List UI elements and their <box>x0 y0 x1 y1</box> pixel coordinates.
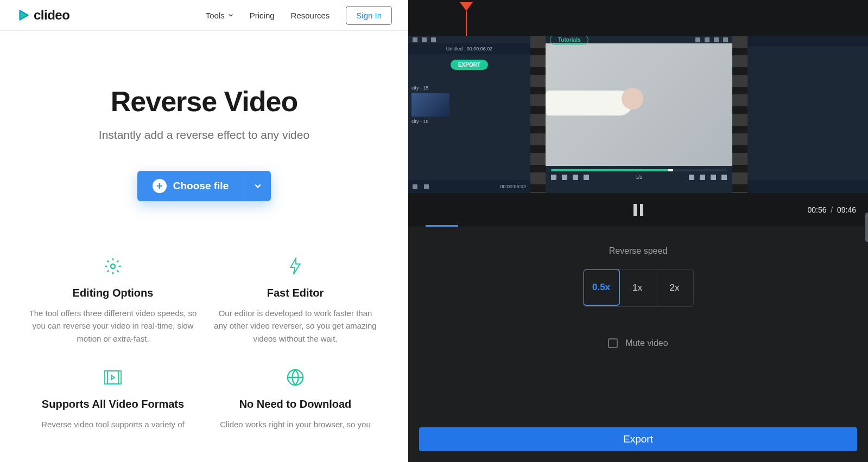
video-preview-area: Untitled : 00:00:06:02 EXPORT city - 15 … <box>408 0 868 227</box>
film-strip-border <box>530 36 546 193</box>
hero-section: Reverse Video Instantly add a reverse ef… <box>0 31 408 201</box>
speed-option-1x[interactable]: 1x <box>619 270 656 306</box>
maximize-icon[interactable] <box>714 37 719 42</box>
list-icon[interactable] <box>695 37 700 42</box>
camera-icon[interactable] <box>413 184 417 189</box>
timecode-label: 00:00:06:02 <box>500 184 526 189</box>
next-play-icon[interactable] <box>573 175 578 180</box>
globe-icon <box>286 368 305 387</box>
minimize-icon[interactable] <box>705 37 709 42</box>
speed-label: Reverse speed <box>609 246 668 256</box>
speed-option-0-5x[interactable]: 0.5x <box>583 269 620 306</box>
mute-video-toggle[interactable]: Mute video <box>608 338 668 348</box>
export-badge[interactable]: EXPORT <box>451 60 488 70</box>
timeline-ruler[interactable] <box>408 2 868 36</box>
gear-icon <box>104 258 122 275</box>
site-header: clideo Tools Pricing Resources Sign In <box>0 0 408 31</box>
export-button[interactable]: Export <box>419 427 857 451</box>
preview-progress[interactable] <box>551 169 727 171</box>
asset-label: city - 18 <box>408 118 530 125</box>
editor-preview-center: Tutorials <box>546 36 732 193</box>
chevron-down-icon <box>228 12 233 18</box>
checkbox-icon <box>608 338 618 348</box>
pause-icon <box>633 204 637 216</box>
plus-icon: + <box>153 179 167 193</box>
feature-editing-options: Editing Options The tool offers three di… <box>29 255 197 345</box>
screen-icon[interactable] <box>689 175 694 180</box>
play-icon <box>16 8 30 22</box>
editor-panel-left: Untitled : 00:00:06:02 EXPORT city - 15 … <box>408 36 530 193</box>
settings-icon[interactable] <box>700 175 705 180</box>
page-subtitle: Instantly add a reverse effect to any vi… <box>0 129 408 142</box>
asset-thumbnail[interactable] <box>411 93 449 117</box>
nav-resources[interactable]: Resources <box>291 11 330 20</box>
stop-icon[interactable] <box>584 175 589 180</box>
svg-rect-2 <box>107 371 118 384</box>
pane-title-left: Untitled : 00:00:06:02 <box>446 46 493 52</box>
time-display: 00:56 / 09:46 <box>807 206 856 214</box>
asset-label: city - 15 <box>408 84 530 92</box>
reverse-controls: Reverse speed 0.5x 1x 2x Mute video Expo… <box>408 227 868 462</box>
choose-file-button-group: + Choose file <box>137 171 271 201</box>
lightning-icon <box>288 257 302 275</box>
playhead-triangle-icon <box>460 2 473 11</box>
video-editor-strip: Untitled : 00:00:06:02 EXPORT city - 15 … <box>408 36 868 193</box>
svg-point-0 <box>111 264 115 268</box>
prev-icon[interactable] <box>551 175 556 180</box>
playback-bar: 00:56 / 09:46 <box>408 193 868 227</box>
scrollbar-thumb[interactable] <box>865 213 868 242</box>
preview-controls: 1/2 <box>546 166 732 193</box>
film-strip-border <box>732 36 747 193</box>
nav-tools[interactable]: Tools <box>206 11 233 20</box>
chevron-down-icon <box>254 182 262 190</box>
play-icon[interactable] <box>562 175 567 180</box>
editor-panel-right: Untitled : 00:0 EXPORT city - 15 city - … <box>747 36 868 193</box>
volume-icon[interactable] <box>711 175 716 180</box>
asset-label: city - 18 <box>747 110 868 118</box>
speed-option-2x[interactable]: 2x <box>656 270 693 306</box>
tutorials-badge[interactable]: Tutorials <box>550 36 588 45</box>
close-icon[interactable] <box>723 37 728 42</box>
brand-logo[interactable]: clideo <box>16 8 69 23</box>
pager-label: 1/2 <box>636 175 643 180</box>
maximize-icon[interactable] <box>422 37 427 42</box>
top-nav: Tools Pricing Resources Sign In <box>206 6 392 25</box>
minimize-icon[interactable] <box>413 37 417 42</box>
speed-selector: 0.5x 1x 2x <box>583 269 694 307</box>
choose-file-button[interactable]: + Choose file <box>137 171 244 201</box>
speaker-icon[interactable] <box>424 184 429 189</box>
asset-label: city - 15 <box>747 76 868 84</box>
fullscreen-icon[interactable] <box>721 175 727 180</box>
feature-video-formats: Supports All Video Formats Reverse video… <box>29 367 197 431</box>
brand-name: clideo <box>34 8 69 23</box>
page-title: Reverse Video <box>0 85 408 118</box>
feature-fast-editor: Fast Editor Our editor is developed to w… <box>211 255 379 345</box>
choose-file-dropdown[interactable] <box>244 171 271 201</box>
features-grid: Editing Options The tool offers three di… <box>0 255 408 431</box>
close-icon[interactable] <box>431 37 436 42</box>
feature-no-download: No Need to Download Clideo works right i… <box>211 367 379 431</box>
signin-button[interactable]: Sign In <box>346 6 392 25</box>
nav-pricing[interactable]: Pricing <box>250 11 275 20</box>
timeline-playhead[interactable] <box>460 2 473 36</box>
pause-button[interactable] <box>633 204 643 216</box>
video-file-icon <box>104 370 122 385</box>
